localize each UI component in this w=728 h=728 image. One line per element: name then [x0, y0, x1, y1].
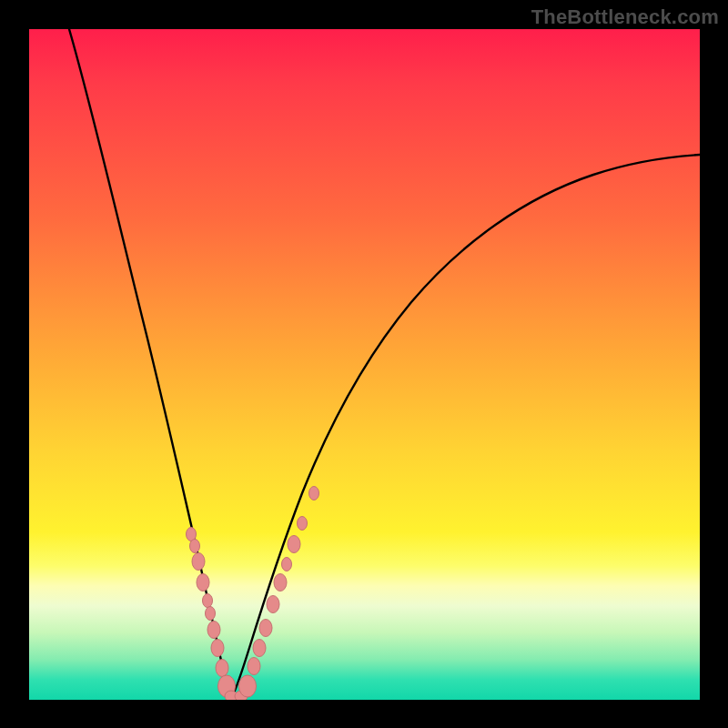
plot-area — [29, 29, 700, 700]
bead-right-3 — [253, 640, 266, 657]
watermark-text: TheBottleneck.com — [531, 5, 719, 29]
curve-layer — [29, 29, 700, 700]
outer-frame: TheBottleneck.com — [0, 0, 728, 728]
bead-left-8 — [211, 640, 224, 657]
bead-left-7 — [207, 622, 220, 639]
bead-right-8 — [288, 536, 300, 553]
bead-right-2 — [248, 658, 260, 675]
bead-left-2 — [190, 540, 200, 553]
bead-right-7 — [282, 558, 292, 571]
bead-right-10 — [309, 487, 319, 500]
bead-right-1 — [239, 675, 257, 697]
bead-left-5 — [203, 594, 213, 608]
bead-left-9 — [216, 660, 228, 677]
bead-left-4 — [197, 574, 209, 592]
bead-right-5 — [267, 596, 279, 613]
bead-right-6 — [274, 574, 287, 592]
bead-right-9 — [298, 517, 308, 531]
bead-left-6 — [206, 607, 216, 621]
bead-right-4 — [259, 620, 272, 637]
bead-left-3 — [192, 553, 205, 571]
curve-right-branch — [231, 155, 700, 698]
